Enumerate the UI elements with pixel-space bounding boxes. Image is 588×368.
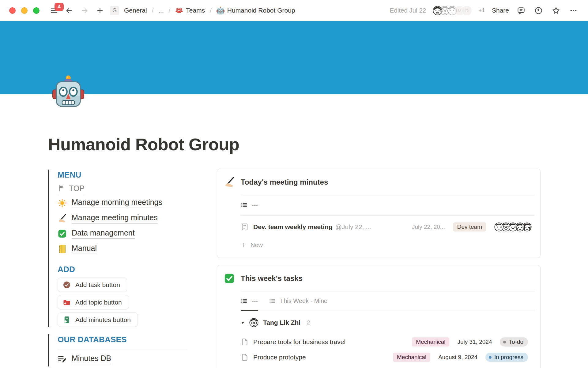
avatar-user-d[interactable]: D xyxy=(462,6,472,15)
list-view-icon xyxy=(241,201,248,209)
toolbar: 4 G General / ... / Teams / Humanoid Rob… xyxy=(0,0,588,21)
more-collaborators-label[interactable]: +1 xyxy=(478,7,485,14)
menu-item-manual[interactable]: Manual xyxy=(58,241,97,257)
attendee-avatars xyxy=(494,222,532,232)
window-zoom-button[interactable] xyxy=(33,7,40,14)
writing-hand-icon xyxy=(58,214,67,223)
add-task-button[interactable]: Add task button xyxy=(58,278,127,292)
window-close-button[interactable] xyxy=(9,7,16,14)
add-topic-button[interactable]: Add topic button xyxy=(58,295,129,309)
view-tab-default[interactable]: --- xyxy=(241,195,258,216)
menu-item-manage-morning-meetings[interactable]: Manage morning meetings xyxy=(58,195,162,211)
category-tag: Mechanical xyxy=(393,353,430,362)
forward-button[interactable] xyxy=(79,5,90,16)
meeting-title[interactable]: Dev. team weekly meeting xyxy=(253,223,333,231)
ellipsis-icon xyxy=(569,6,578,15)
menu-item-data-management[interactable]: Data management xyxy=(58,226,135,241)
face-woman-bob-icon xyxy=(522,222,532,232)
sidebar-toggle-button[interactable]: 4 xyxy=(49,5,59,16)
breadcrumb: G General / ... / Teams / Humanoid Robot… xyxy=(110,6,296,15)
list-view-icon xyxy=(241,297,248,305)
collaborator-avatars: M D xyxy=(433,6,472,15)
view-tab-this-week-mine[interactable]: This Week - Mine xyxy=(269,292,327,311)
team-tag: Dev team xyxy=(453,222,486,232)
meeting-row[interactable]: Dev. team weekly meeting @July 22, ... J… xyxy=(241,218,540,236)
tab-label: --- xyxy=(252,201,258,209)
database-item-minutes-db[interactable]: Minutes DB xyxy=(58,352,111,366)
menu-item-top[interactable]: TOP xyxy=(58,182,85,195)
page-icon xyxy=(241,338,249,346)
status-label: To-do xyxy=(509,339,523,345)
favorite-button[interactable] xyxy=(551,5,561,16)
meeting-date-mention: @July 22, ... xyxy=(335,223,371,231)
new-tab-button[interactable] xyxy=(95,6,105,16)
our-databases-heading: OUR DATABASES xyxy=(58,334,195,345)
database-pencil-icon xyxy=(58,355,67,364)
menu-item-label: Manual xyxy=(72,244,97,254)
green-check-icon xyxy=(58,229,67,238)
status-dot-icon xyxy=(489,356,492,359)
sun-icon xyxy=(58,198,67,208)
star-icon xyxy=(552,6,560,15)
status-dot-icon xyxy=(503,341,506,343)
database-item-label: Minutes DB xyxy=(72,354,111,364)
teams-icon xyxy=(175,6,183,14)
divider xyxy=(58,349,188,349)
button-label: Add task button xyxy=(75,281,120,289)
card-header: This week's tasks xyxy=(217,265,540,284)
add-heading: ADD xyxy=(58,264,195,274)
workspace-chip[interactable]: G xyxy=(110,6,119,15)
back-arrow-icon xyxy=(65,6,73,15)
card-header: Today's meeting minutes xyxy=(217,169,540,188)
new-item-button[interactable]: New xyxy=(241,239,263,251)
notification-badge: 4 xyxy=(55,3,64,11)
back-button[interactable] xyxy=(64,5,74,16)
breadcrumb-separator: / xyxy=(152,7,154,14)
button-label: Add minutes button xyxy=(75,316,131,324)
share-button[interactable]: Share xyxy=(492,7,509,14)
breadcrumb-label: General xyxy=(124,7,147,14)
face-glasses-icon xyxy=(249,318,258,327)
task-title[interactable]: Prepare tools for business travel xyxy=(253,338,345,346)
status-label: In progress xyxy=(494,354,523,361)
page-title: Humanoid Robot Group xyxy=(48,134,239,154)
more-options-button[interactable] xyxy=(568,5,579,16)
due-date: August 9, 2024 xyxy=(438,354,477,361)
menu-item-label: Manage meeting minutes xyxy=(72,213,158,224)
task-title[interactable]: Produce prototype xyxy=(253,354,306,361)
updates-button[interactable] xyxy=(533,5,544,16)
new-label: New xyxy=(251,242,263,249)
breadcrumb-item-ellipsis[interactable]: ... xyxy=(157,6,165,15)
toolbar-right: Edited Jul 22 M D +1 Share xyxy=(390,5,579,16)
left-column: MENU TOP Manage morning meetings Manage … xyxy=(48,170,195,366)
breadcrumb-item-general[interactable]: General xyxy=(123,6,148,15)
breadcrumb-item-current-page[interactable]: Humanoid Robot Group xyxy=(215,6,296,15)
tab-label: This Week - Mine xyxy=(280,297,327,305)
databases-section: OUR DATABASES Minutes DB xyxy=(48,334,195,366)
task-row[interactable]: Produce prototype Mechanical August 9, 2… xyxy=(241,350,540,365)
plus-icon xyxy=(96,7,104,14)
task-row[interactable]: Prepare tools for business travel Mechan… xyxy=(241,334,540,350)
comment-icon xyxy=(517,6,525,15)
comments-button[interactable] xyxy=(516,5,526,16)
flag-icon xyxy=(58,185,65,192)
page-icon xyxy=(241,223,249,231)
menu-item-label: Manage morning meetings xyxy=(72,198,162,208)
card-body: --- Dev. team weekly meeting @July 22, .… xyxy=(241,195,540,251)
divider xyxy=(241,215,535,216)
window-minimize-button[interactable] xyxy=(21,7,28,14)
view-tab-default[interactable]: --- xyxy=(241,292,258,311)
breadcrumb-label: Teams xyxy=(186,7,205,14)
group-count: 2 xyxy=(307,319,310,326)
add-minutes-button[interactable]: Add minutes button xyxy=(58,312,138,327)
row-properties: Mechanical August 9, 2024 In progress xyxy=(393,353,528,362)
collapse-triangle-icon[interactable] xyxy=(241,321,245,325)
menu-item-label: TOP xyxy=(69,184,85,193)
brown-check-circle-icon xyxy=(63,281,71,289)
menu-item-manage-meeting-minutes[interactable]: Manage meeting minutes xyxy=(58,211,158,226)
page-icon-robot[interactable] xyxy=(52,75,85,107)
group-header-tang-lik-zhi[interactable]: Tang Lik Zhi 2 xyxy=(241,315,540,331)
breadcrumb-item-teams[interactable]: Teams xyxy=(174,6,206,15)
forward-arrow-icon xyxy=(81,6,89,15)
menu-heading: MENU xyxy=(58,170,195,180)
